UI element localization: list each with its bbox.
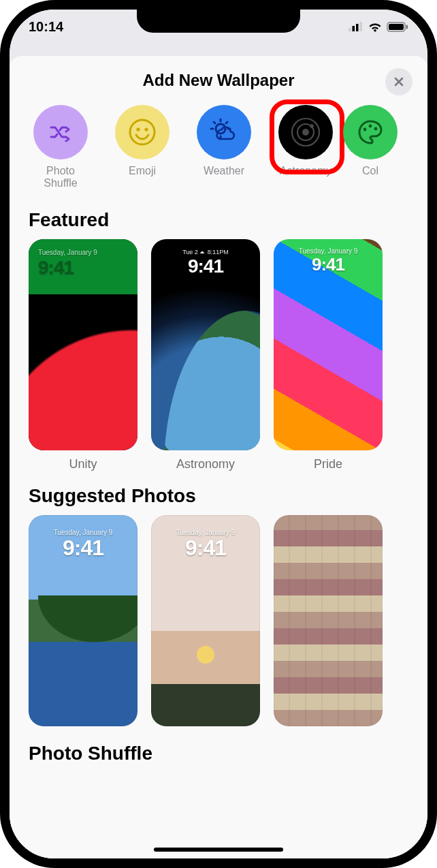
wallpaper-thumb: Tuesday, January 9 9:41 [29,239,137,450]
featured-card-astronomy[interactable]: Tue 2 ⏶ 8:11PM 9:41 Astronomy [151,239,260,471]
category-label: Col [362,165,378,177]
status-bar: 10:14 [10,10,427,44]
wallpaper-sheet: Add New Wallpaper Photo Shuffle [10,56,427,858]
earth-graphic [164,311,260,450]
svg-rect-2 [356,24,359,31]
sheet-header: Add New Wallpaper [10,56,427,97]
featured-card-pride[interactable]: Tuesday, January 9 9:41 Pride [274,239,383,471]
svg-point-17 [374,127,378,131]
featured-scroll[interactable]: Tuesday, January 9 9:41 Unity Tue 2 ⏶ 8:… [10,239,427,471]
suggested-scroll[interactable]: Tuesday, January 9 9:41 Tuesday, January… [10,515,427,726]
category-label: Weather [204,165,244,177]
category-row[interactable]: Photo Shuffle Emoji Weather [10,97,427,196]
category-label: Emoji [129,165,156,177]
status-icons [349,21,408,32]
lock-day: Tue 2 ⏶ 8:11PM [151,249,260,255]
card-label: Unity [29,457,137,471]
category-emoji[interactable]: Emoji [112,105,173,190]
wallpaper-thumb: Tuesday, January 9 9:41 [151,515,260,726]
close-button[interactable] [385,68,412,95]
home-indicator[interactable] [154,848,283,852]
category-color[interactable]: Col [357,105,384,190]
lock-day: Tuesday, January 9 [29,249,137,256]
wifi-icon [368,21,383,32]
category-label: Astronomy [280,165,331,177]
featured-card-unity[interactable]: Tuesday, January 9 9:41 Unity [29,239,137,471]
wallpaper-thumb [274,515,383,726]
wallpaper-thumb: Tue 2 ⏶ 8:11PM 9:41 [151,239,260,450]
cellular-icon [349,22,363,31]
suggested-card[interactable] [274,515,383,726]
svg-rect-3 [360,22,363,31]
iphone-frame: 10:14 Add New Wallpaper [0,0,437,868]
palette-icon [343,105,398,159]
svg-point-16 [369,125,372,128]
svg-point-15 [363,128,367,131]
svg-rect-0 [349,28,351,31]
weather-icon [197,105,251,159]
category-astronomy[interactable]: Astronomy [275,105,336,190]
svg-rect-5 [389,24,404,30]
card-label: Astronomy [151,457,260,471]
svg-rect-1 [353,26,355,31]
featured-title: Featured [10,196,427,239]
svg-point-8 [136,127,140,131]
astronomy-icon [278,105,333,159]
svg-rect-6 [406,25,408,29]
lock-time: 9:41 [151,255,260,277]
lock-time: 9:41 [29,536,137,561]
lock-time: 9:41 [274,254,383,275]
suggested-card[interactable]: Tuesday, January 9 9:41 [29,515,137,726]
suggested-card[interactable]: Tuesday, January 9 9:41 [151,515,260,726]
lock-time: 9:41 [29,257,137,279]
svg-point-7 [130,120,155,144]
suggested-title: Suggested Photos [10,471,427,515]
category-weather[interactable]: Weather [193,105,255,190]
close-icon [393,76,404,87]
lock-time: 9:41 [151,536,260,561]
wallpaper-thumb: Tuesday, January 9 9:41 [274,239,383,450]
svg-point-11 [302,129,309,136]
sheet-title: Add New Wallpaper [142,71,294,89]
category-photo-shuffle[interactable]: Photo Shuffle [30,105,91,190]
shuffle-icon [33,105,88,159]
svg-point-9 [144,127,148,131]
photo-shuffle-title: Photo Shuffle [10,726,427,764]
svg-point-12 [297,124,314,140]
svg-point-13 [292,119,319,146]
category-label: Photo Shuffle [44,165,78,190]
battery-icon [387,22,408,32]
emoji-icon [115,105,169,159]
wallpaper-thumb: Tuesday, January 9 9:41 [29,515,137,726]
svg-point-14 [310,124,314,128]
screen: 10:14 Add New Wallpaper [10,10,427,858]
card-label: Pride [274,457,383,471]
status-time: 10:14 [29,19,63,35]
